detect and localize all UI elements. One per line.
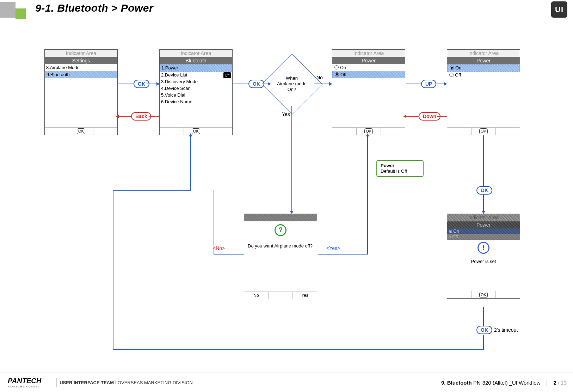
arrow-right-icon xyxy=(268,82,271,86)
softkey-bar: OK xyxy=(160,128,232,135)
timeout-label: 2's timeout xyxy=(494,327,518,333)
footer-team: USER INTERFACE TEAM I OVERSEAS MARKETING… xyxy=(60,380,193,385)
list-item-selected[interactable]: 1.Power xyxy=(160,64,232,72)
pill-ok[interactable]: OK xyxy=(476,186,492,195)
screen-title: Power xyxy=(447,57,520,64)
softkey-bar: OK xyxy=(447,291,520,298)
pill-back[interactable]: Back xyxy=(131,112,151,121)
confirm-message: Power is set xyxy=(447,259,520,264)
arrow-left-red-icon xyxy=(403,115,406,118)
option-label: On xyxy=(455,65,461,71)
page-title: 9-1. Bluetooth > Power xyxy=(35,2,153,14)
softkey-no[interactable]: No xyxy=(244,292,269,299)
softkey-yes[interactable]: Yes xyxy=(293,292,317,299)
indicator-area-dim xyxy=(244,214,317,221)
answer-no: <No> xyxy=(213,245,225,251)
arrow-down-icon xyxy=(290,211,294,214)
screen-title: Bluetooth xyxy=(160,57,232,64)
flow-line xyxy=(291,106,292,212)
logo-sub: PANTECH & CURITEL xyxy=(8,385,41,388)
list-item[interactable]: 3.Discovery Mode xyxy=(160,78,232,85)
pill-up[interactable]: UP xyxy=(421,80,436,88)
softkey-ok[interactable]: OK xyxy=(479,292,488,298)
arrow-down-icon xyxy=(482,211,485,214)
radio-option-on-selected[interactable]: On xyxy=(447,64,520,72)
softkey-ok[interactable]: OK xyxy=(77,128,85,134)
note-body: Default is Off xyxy=(381,169,407,174)
footer-section: 9. Bluetooth PN-320 (Alltel) _UI Workflo… xyxy=(441,380,540,386)
decision-text: When Airplane mode On? xyxy=(264,75,320,92)
item-label: 1.Power xyxy=(161,65,178,71)
note-box: Power Default is Off xyxy=(376,160,424,177)
list-item[interactable]: 5.Voice Dial xyxy=(160,92,232,98)
flow-line xyxy=(483,195,484,212)
logo-main: PANTECH xyxy=(8,377,41,385)
screen-power-on: Indicator Area Power On Off OK xyxy=(447,49,520,135)
screen-power-off: Indicator Area Power On Off OK xyxy=(332,49,405,135)
screen-title: Power xyxy=(332,57,405,64)
flow-line xyxy=(147,84,157,84)
flow-line xyxy=(435,84,445,84)
softkey-ok[interactable]: OK xyxy=(192,128,200,134)
flow-line xyxy=(314,84,330,84)
footer-page: 2 / 13 xyxy=(547,380,567,386)
indicator-area-dim: Indicator Area xyxy=(447,214,520,221)
question-icon: ? xyxy=(275,224,286,236)
screen-dialog-airplane: ? Do you want Airplane mode off? No Yes xyxy=(244,214,317,299)
arrow-right-icon xyxy=(329,82,332,86)
screen-title-dim: Power xyxy=(447,221,520,228)
indicator-area: Indicator Area xyxy=(160,50,232,57)
ui-badge-icon: UI xyxy=(551,1,567,18)
screen-title: Settings xyxy=(45,57,117,64)
list-item[interactable]: 6.Device Name xyxy=(160,98,232,105)
flow-line xyxy=(367,135,368,255)
footer-divider xyxy=(56,378,57,387)
list-item[interactable]: 4.Device Scan xyxy=(160,85,232,92)
note-title: Power xyxy=(381,163,419,169)
flow-line xyxy=(113,190,113,350)
radio-option-on[interactable]: On xyxy=(332,64,405,71)
flow-line xyxy=(233,84,248,84)
radio-option-off-selected[interactable]: Off xyxy=(332,71,405,78)
softkey-bar: No Yes xyxy=(244,292,317,299)
softkey-ok[interactable]: OK xyxy=(479,128,488,134)
flow-line-red xyxy=(437,116,447,117)
option-label: On xyxy=(340,65,346,70)
flow-line-red xyxy=(118,116,131,117)
list-item[interactable]: 8.Airplane Mode xyxy=(45,64,117,71)
flow-line xyxy=(118,84,134,84)
flow-line xyxy=(113,190,190,191)
dim-option-on: ◉ On xyxy=(447,228,520,234)
flow-line xyxy=(113,349,484,350)
flow-line xyxy=(483,307,484,326)
radio-icon xyxy=(334,65,339,69)
item-label: 2.Device List xyxy=(161,72,187,78)
header-rule xyxy=(0,20,573,20)
screen-settings: Indicator Area Settings 8.Airplane Mode … xyxy=(44,49,118,135)
flow-line xyxy=(190,135,191,191)
footer: PANTECH PANTECH & CURITEL USER INTERFACE… xyxy=(0,373,573,392)
flow-line xyxy=(406,84,421,84)
flow-line xyxy=(483,335,484,349)
decision-label-no: No xyxy=(316,75,323,80)
screen-bluetooth: Indicator Area Bluetooth 1.Power 2.Devic… xyxy=(159,49,233,135)
arrow-up-icon xyxy=(189,133,192,136)
arrow-left-red-icon xyxy=(116,115,119,118)
pill-ok[interactable]: OK xyxy=(476,326,492,334)
flow-line-red xyxy=(406,116,419,117)
arrow-right-icon xyxy=(156,82,160,86)
radio-icon xyxy=(449,73,454,77)
status-badge-off: Off xyxy=(223,72,231,78)
radio-icon-selected xyxy=(450,66,454,70)
indicator-area: Indicator Area xyxy=(45,50,117,57)
arrow-right-icon xyxy=(444,82,447,86)
radio-option-off[interactable]: Off xyxy=(447,72,520,78)
flow-line xyxy=(483,135,484,186)
radio-icon-selected xyxy=(335,72,339,76)
logo: PANTECH PANTECH & CURITEL xyxy=(8,377,41,388)
answer-yes: <Yes> xyxy=(326,245,340,251)
list-item-selected[interactable]: 9.Bluetooth xyxy=(45,71,117,78)
screen-power-confirm: Indicator Area Power ◉ On ○ Off ! Power … xyxy=(447,214,520,299)
list-item[interactable]: 2.Device ListOff xyxy=(160,72,232,78)
indicator-area: Indicator Area xyxy=(332,50,405,57)
